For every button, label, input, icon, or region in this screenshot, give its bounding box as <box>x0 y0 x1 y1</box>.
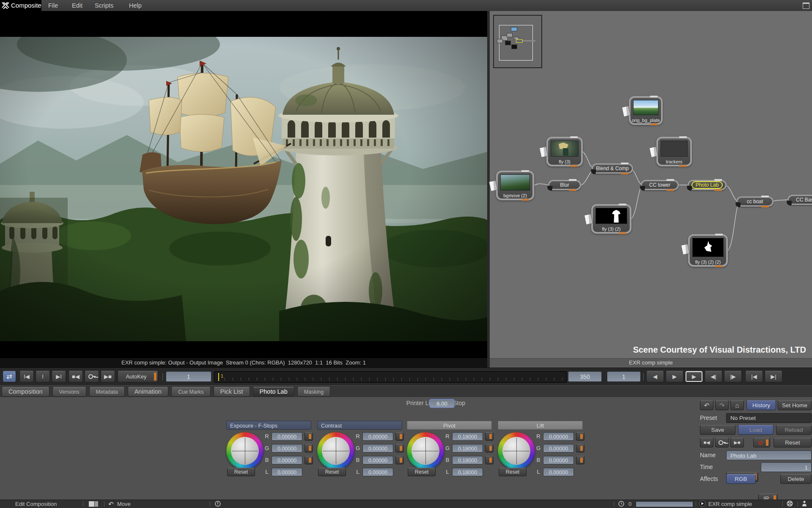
node-render-tick[interactable] <box>621 173 628 174</box>
exposure-r-anim-chip[interactable] <box>304 432 313 441</box>
goto-first-frame-button[interactable]: I◀ <box>19 371 34 382</box>
timeline-ruler[interactable]: 1 <box>214 371 567 383</box>
group-header[interactable]: Pivot <box>407 421 492 430</box>
contrast-color-wheel[interactable] <box>317 432 354 469</box>
play-current-button[interactable]: ▶ <box>685 371 703 382</box>
info-icon[interactable] <box>215 500 221 508</box>
lift-g-anim-chip[interactable] <box>576 444 584 453</box>
tab-composition[interactable]: Composition <box>2 387 49 397</box>
tab-photo-lab[interactable]: Photo Lab <box>253 387 294 397</box>
pivot-color-wheel[interactable] <box>407 432 444 469</box>
node-output-tick[interactable] <box>650 96 658 97</box>
next-keyframe-button[interactable]: ▶■ <box>730 438 744 447</box>
contrast-r-field[interactable]: 0.00000 <box>362 432 393 441</box>
film-reel-icon[interactable] <box>787 500 793 508</box>
exposure-b-anim-chip[interactable] <box>304 456 313 464</box>
contrast-l-field[interactable]: 0.00000 <box>362 468 393 476</box>
layout-icon[interactable] <box>89 500 98 508</box>
lift-reset-button[interactable]: Reset <box>499 468 527 476</box>
reload-button[interactable]: Reload <box>776 425 812 435</box>
affects-rgb-button[interactable]: RGB <box>726 474 756 484</box>
node-render-tick[interactable] <box>650 124 658 125</box>
undo-button[interactable]: ↶ <box>700 400 713 410</box>
node-output-tick[interactable] <box>761 196 769 197</box>
node-photo-lab[interactable]: Photo Lab <box>688 180 727 190</box>
playhead-marker[interactable] <box>218 373 219 381</box>
node-output-tick[interactable] <box>679 136 687 138</box>
node-render-tick[interactable] <box>761 206 769 207</box>
set-key-button[interactable] <box>715 438 729 447</box>
node-cc-basics[interactable]: CC Basics <box>787 195 812 205</box>
menu-file[interactable]: File <box>44 0 62 11</box>
contrast-r-anim-chip[interactable] <box>395 432 404 441</box>
node-bgmove-2[interactable]: bgmove (2) <box>496 171 534 200</box>
node-fly-3-2[interactable]: fly (3) (2) <box>591 204 631 234</box>
node-blur[interactable]: Blur <box>548 180 581 190</box>
history-button[interactable]: History <box>746 400 776 410</box>
autokey-toggle[interactable]: AutoKey <box>118 371 158 382</box>
pivot-r-anim-chip[interactable] <box>485 432 494 441</box>
node-render-tick[interactable] <box>521 199 529 201</box>
current-frame-field[interactable]: 1 <box>166 371 211 382</box>
exposure-l-field[interactable]: 0.00000 <box>272 468 302 476</box>
range-end-field[interactable]: 350 <box>568 371 602 382</box>
contrast-g-anim-chip[interactable] <box>395 444 404 453</box>
node-render-tick[interactable] <box>667 189 674 191</box>
node-cc-tower[interactable]: CC tower <box>641 180 679 190</box>
step-forward-button[interactable]: |▶ <box>724 371 742 382</box>
step-back-button[interactable]: ◀| <box>705 371 722 382</box>
node-output-tick[interactable] <box>667 179 674 181</box>
delete-button[interactable]: Delete <box>780 474 812 484</box>
next-keyframe-button[interactable]: ▶■ <box>101 371 115 382</box>
node-render-tick[interactable] <box>714 189 722 191</box>
wheel-crosshair[interactable] <box>231 437 259 465</box>
jump-to-start-button[interactable]: |◀ <box>745 371 763 382</box>
node-output-tick[interactable] <box>570 136 578 138</box>
preset-field[interactable]: No Preset <box>726 413 812 423</box>
pivot-b-field[interactable]: 0.18000 <box>452 456 483 464</box>
time-value-field[interactable]: 1 <box>761 462 812 472</box>
group-header[interactable]: Lift <box>498 421 583 430</box>
pivot-r-field[interactable]: 0.18000 <box>452 432 483 441</box>
lift-b-field[interactable]: 0.00000 <box>543 456 574 464</box>
node-output-tick[interactable] <box>569 179 576 181</box>
wheel-crosshair[interactable] <box>502 437 530 465</box>
exposure-b-field[interactable]: 0.00000 <box>272 456 302 464</box>
current-frame-button[interactable]: I <box>36 371 50 382</box>
contrast-g-field[interactable]: 0.00000 <box>362 444 393 453</box>
tab-metadata[interactable]: Metadata <box>89 387 125 397</box>
node-output-tick[interactable] <box>621 163 628 164</box>
exposure-color-wheel[interactable] <box>226 432 263 469</box>
redo-button[interactable]: ↷ <box>715 400 729 410</box>
prev-keyframe-button[interactable]: ■◀ <box>69 371 83 382</box>
exposure-r-field[interactable]: 0.00000 <box>272 432 302 441</box>
tab-masking[interactable]: Masking <box>297 387 331 397</box>
play-forward-button[interactable]: ▶ <box>666 371 683 382</box>
node-output-tick[interactable] <box>715 234 723 235</box>
play-status-icon[interactable] <box>699 500 705 508</box>
exposure-reset-button[interactable]: Reset <box>227 468 255 476</box>
name-field[interactable]: Photo Lab <box>726 450 812 460</box>
mute-button[interactable]: ⊘ <box>753 438 770 447</box>
prev-keyframe-button[interactable]: ■◀ <box>700 438 713 447</box>
pivot-g-field[interactable]: 0.18000 <box>452 444 483 453</box>
wheel-crosshair[interactable] <box>411 437 439 465</box>
node-graph-minimap[interactable] <box>493 15 542 68</box>
node-render-tick[interactable] <box>679 165 687 167</box>
group-header[interactable]: Contrast <box>317 421 402 430</box>
set-key-button[interactable] <box>85 371 99 382</box>
save-button[interactable]: Save <box>700 425 735 435</box>
play-reverse-button[interactable]: ◀ <box>646 371 664 382</box>
user-icon[interactable] <box>802 500 807 508</box>
node-output-tick[interactable] <box>521 170 529 172</box>
node-render-tick[interactable] <box>715 265 723 267</box>
node-fly-3-2-2[interactable]: fly (3) (2) (2) <box>688 234 728 267</box>
tab-animation[interactable]: Animation <box>128 387 168 397</box>
lift-r-anim-chip[interactable] <box>576 432 584 441</box>
jump-to-end-button[interactable]: ▶| <box>765 371 782 382</box>
contrast-b-anim-chip[interactable] <box>395 456 404 464</box>
tab-versions[interactable]: Versions <box>52 387 86 397</box>
schematic-panel[interactable]: orig_bg_plate fly (3) trackers bgmove (2… <box>487 11 812 367</box>
node-output-tick[interactable] <box>619 204 626 205</box>
exposure-g-field[interactable]: 0.00000 <box>272 444 302 453</box>
